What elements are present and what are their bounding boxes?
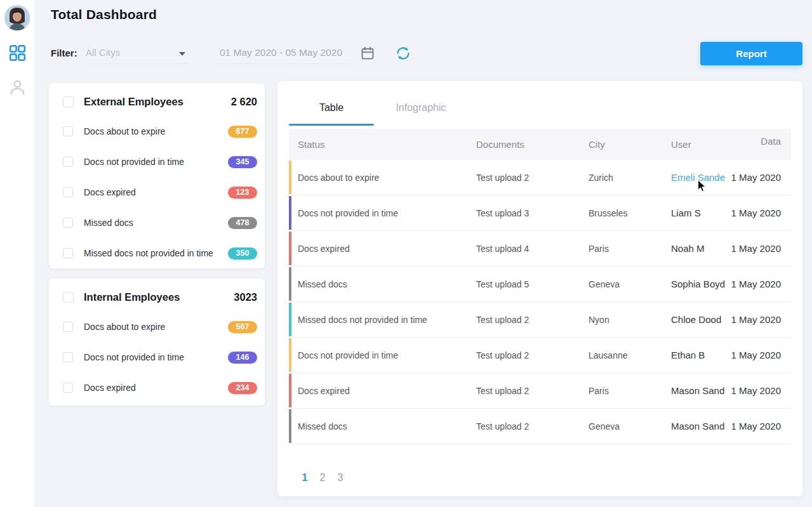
avatar[interactable]: [4, 5, 30, 30]
date-cell: 1 May 2020: [730, 172, 791, 183]
date-cell: 1 May 2020: [730, 421, 791, 431]
row-status-colorbar: [289, 374, 291, 407]
internal-employees-card: Internal Employees 3023 Docs about to ex…: [49, 279, 265, 405]
item-label: Docs expired: [84, 187, 228, 197]
list-item: Docs not provided in time 345: [63, 147, 257, 177]
city-filter-select[interactable]: All Citys: [86, 43, 189, 64]
report-button[interactable]: Report: [700, 42, 802, 65]
pagination: 1 2 3: [300, 472, 791, 484]
filter-label: Filter:: [51, 48, 77, 58]
page-number[interactable]: 1: [300, 472, 309, 484]
item-label: Missed docs: [84, 218, 228, 228]
item-label: Docs about to expire: [84, 322, 228, 332]
city-cell: Nyon: [580, 315, 662, 325]
date-cell: 1 May 2020: [730, 350, 791, 360]
document-cell: Test upload 2: [467, 386, 580, 396]
column-header-user: User: [662, 139, 730, 150]
item-label: Docs about to expire: [84, 126, 228, 136]
card-total: 2 620: [231, 96, 257, 108]
user-cell[interactable]: Sophia Boyd: [662, 279, 730, 289]
user-cell[interactable]: Chloe Dood: [662, 314, 730, 325]
table-row: Docs expired Test upload 4 Paris Noah M …: [289, 231, 791, 267]
chevron-down-icon: [179, 52, 185, 56]
user-cell[interactable]: Ethan B: [662, 350, 730, 360]
item-label: Docs not provided in time: [84, 157, 228, 167]
status-cell: Docs expired: [289, 386, 467, 396]
table-row: Docs not provided in time Test upload 2 …: [289, 338, 791, 373]
status-cell: Missed docs: [289, 279, 467, 289]
status-cell: Missed docs: [289, 421, 467, 431]
status-cell: Docs not provided in time: [289, 208, 467, 218]
item-checkbox[interactable]: [63, 248, 73, 258]
user-cell[interactable]: Noah M: [662, 243, 730, 254]
table-panel: Table Infographic Status Documents City …: [277, 81, 802, 496]
external-employees-card: External Employees 2 620 Docs about to e…: [49, 83, 265, 268]
tabs: Table Infographic: [277, 81, 802, 126]
calendar-icon[interactable]: [361, 46, 375, 60]
item-checkbox[interactable]: [63, 187, 73, 197]
user-cell[interactable]: Emeli Sande: [662, 172, 730, 183]
item-checkbox[interactable]: [63, 322, 73, 332]
card-checkbox[interactable]: [63, 96, 74, 107]
user-icon[interactable]: [9, 79, 26, 96]
item-checkbox[interactable]: [63, 218, 73, 228]
row-status-colorbar: [289, 196, 291, 230]
row-status-colorbar: [289, 267, 291, 301]
item-checkbox[interactable]: [63, 126, 73, 136]
column-header-city: City: [580, 139, 662, 150]
list-item: Docs expired 234: [63, 372, 257, 403]
card-header: External Employees 2 620: [63, 83, 257, 116]
page-number[interactable]: 2: [318, 472, 327, 484]
city-cell: Zurich: [580, 173, 662, 183]
card-title: External Employees: [84, 96, 231, 108]
count-badge: 123: [228, 187, 257, 199]
document-cell: Test upload 5: [467, 279, 580, 289]
item-checkbox[interactable]: [63, 157, 73, 167]
date-cell: 1 May 2020: [730, 207, 791, 218]
user-cell[interactable]: Liam S: [662, 207, 730, 218]
document-cell: Test upload 2: [467, 315, 580, 325]
status-cell: Docs about to expire: [289, 173, 467, 183]
document-cell: Test upload 3: [467, 208, 580, 218]
status-cell: Docs expired: [289, 244, 467, 254]
refresh-icon[interactable]: [395, 45, 411, 62]
tab-infographic[interactable]: Infographic: [374, 81, 468, 126]
user-cell[interactable]: Mason Sand: [662, 385, 730, 396]
item-checkbox[interactable]: [63, 352, 73, 362]
count-badge: 877: [228, 126, 257, 138]
column-header-documents: Documents: [467, 139, 580, 150]
date-cell: 1 May 2020: [730, 279, 791, 289]
card-checkbox[interactable]: [63, 292, 74, 303]
row-status-colorbar: [289, 303, 291, 336]
row-status-colorbar: [289, 232, 291, 265]
date-range-value: 01 May 2020 - 05 May 2020: [220, 47, 342, 58]
date-range-input[interactable]: 01 May 2020 - 05 May 2020: [215, 43, 353, 64]
item-label: Docs expired: [84, 383, 228, 393]
dashboard-grid-icon[interactable]: [9, 44, 26, 62]
status-cell: Missed docs not provided in time: [289, 315, 467, 325]
row-status-colorbar: [289, 338, 291, 372]
document-cell: Test upload 2: [467, 350, 580, 360]
card-header: Internal Employees 3023: [63, 279, 257, 312]
table-row: Docs about to expire Test upload 2 Zuric…: [289, 160, 791, 195]
table-header: Status Documents City User Data: [289, 129, 791, 160]
document-cell: Test upload 2: [467, 173, 580, 183]
table-row: Missed docs Test upload 2 Geneva Mason S…: [289, 409, 791, 444]
card-total: 3023: [234, 291, 257, 303]
column-header-data: Data: [730, 136, 791, 147]
count-badge: 146: [228, 352, 257, 364]
document-cell: Test upload 2: [467, 421, 580, 431]
document-cell: Test upload 4: [467, 244, 580, 254]
table-row: Docs not provided in time Test upload 3 …: [289, 195, 791, 231]
date-cell: 1 May 2020: [730, 243, 791, 254]
card-title: Internal Employees: [84, 291, 234, 303]
user-cell[interactable]: Mason Sand: [662, 421, 730, 431]
city-filter-value: All Citys: [86, 47, 120, 58]
list-item: Missed docs 478: [63, 207, 257, 238]
sidebar: [0, 0, 35, 507]
status-cell: Docs not provided in time: [289, 350, 467, 360]
item-checkbox[interactable]: [63, 383, 73, 393]
list-item: Docs about to expire 877: [63, 116, 257, 147]
page-number[interactable]: 3: [336, 472, 345, 484]
tab-table[interactable]: Table: [289, 81, 374, 126]
